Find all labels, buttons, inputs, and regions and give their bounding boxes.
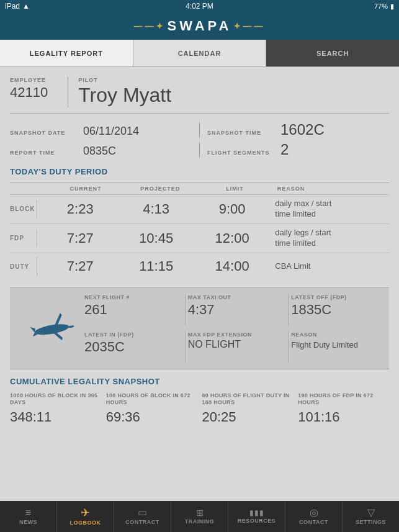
latest-off-label: LATEST OFF (FDP) [291,294,389,300]
latest-in-value: 2035C [84,339,125,354]
snapshot-time-value: 1602C [280,121,325,138]
flight-segments-label: FLIGHT SEGMENTS [207,150,276,156]
news-icon: ≡ [25,508,31,518]
pilot-label: PILOT [78,77,171,83]
flight-reason-value: Flight Duty Limited [291,340,358,349]
flight-segments-block: FLIGHT SEGMENTS 2 [207,141,389,158]
latest-off-value: 1835C [291,302,331,317]
cumulative-label-2: 60 HOURS OF FLIGHT DUTY IN 168 HOURS [202,392,294,407]
nav-news-label: NEWS [19,519,37,525]
training-icon: ⊞ [196,508,204,517]
tab-search[interactable]: SEARCH [266,40,399,66]
meta-info: SNAPSHOT DATE 06/11/2014 SNAPSHOT TIME 1… [10,121,389,158]
latest-in-block: LATEST IN (FDP) 2035C [84,331,182,363]
max-taxi-value: 4:37 [188,302,215,317]
status-time: 4:02 PM [186,2,213,11]
cumulative-grid: 1000 HOURS OF BLOCK IN 365 DAYS 348:11 1… [10,392,389,425]
flight-divider-2 [288,294,289,325]
block-projected: 4:13 [118,201,194,217]
duty-limit: 14:00 [194,258,270,274]
flight-segments-value: 2 [280,141,289,158]
employee-section: EMPLOYEE 42110 PILOT Troy Myatt [10,77,389,114]
flight-divider-4 [288,331,289,363]
duty-table: CURRENT PROJECTED LIMIT REASON BLOCK 2:2… [10,183,389,280]
contact-icon: ◎ [310,508,318,518]
status-bar-right: 77% ▮ [374,2,394,11]
snapshot-time-block: SNAPSHOT TIME 1602C [207,121,389,138]
nav-training[interactable]: ⊞ TRAINING [171,501,228,532]
nav-settings-label: SETTINGS [356,519,386,525]
cumulative-label-3: 190 HOURS OF FDP IN 672 HOURS [298,392,389,407]
battery-icon: ▮ [390,2,394,11]
report-time-row: REPORT TIME 0835C FLIGHT SEGMENTS 2 [10,141,389,158]
block-type-label: BLOCK [10,205,32,212]
block-current: 2:23 [42,201,118,217]
duty-row-block: BLOCK 2:23 4:13 9:00 daily max / start t… [10,194,389,223]
bottom-nav: ≡ NEWS ✈ LOGBOOK ▭ CONTRACT ⊞ TRAINING ▮… [0,501,399,532]
duty-row-fdp: FDP 7:27 10:45 12:00 daily legs / start … [10,223,389,253]
nav-logbook-label: LOGBOOK [70,520,101,526]
flight-reason-label: REASON [291,331,389,338]
employee-divider [68,77,68,108]
block-limit: 9:00 [194,201,270,217]
flight-section: NEXT FLIGHT # 261 MAX TAXI OUT 4:37 LATE… [10,287,389,369]
duty-divider [37,257,37,276]
duty-type-label: DUTY [10,263,32,270]
duty-header-projected: PROJECTED [123,186,197,192]
cumulative-value-3: 101:16 [298,409,389,425]
header-bar: ——✦ SWAPA ✦—— [0,12,399,40]
plane-svg [19,307,75,350]
duty-col-spacer [41,186,48,192]
duty-header-limit: LIMIT [197,186,272,192]
flight-divider-3 [185,331,186,363]
battery-label: 77% [374,2,388,10]
tab-bar: LEGALITY REPORT CALENDAR SEARCH [0,40,399,67]
duty-reason: CBA Limit [270,261,389,272]
plane-icon-block [10,307,84,350]
duty-col-header-type [10,186,41,192]
nav-resources-label: RESOURCES [238,518,276,524]
settings-icon: ▽ [367,508,375,518]
logo-text: SWAPA [167,18,231,34]
snapshot-date-block: SNAPSHOT DATE 06/11/2014 [10,125,192,138]
nav-contract[interactable]: ▭ CONTRACT [114,501,171,532]
report-time-value: 0835C [83,145,116,158]
tab-calendar[interactable]: CALENDAR [133,40,267,66]
cumulative-value-0: 348:11 [10,409,101,425]
nav-news[interactable]: ≡ NEWS [0,501,57,532]
meta-divider-1 [199,122,200,137]
duty-row-duty: DUTY 7:27 11:15 14:00 CBA Limit [10,253,389,280]
meta-divider-2 [199,142,200,157]
flight-divider-1 [185,294,186,325]
fdp-type-label: FDP [10,235,32,241]
flight-info-row1: NEXT FLIGHT # 261 MAX TAXI OUT 4:37 LATE… [84,294,389,325]
block-divider [37,200,37,219]
nav-contract-label: CONTRACT [125,519,159,525]
nav-contact[interactable]: ◎ CONTACT [285,501,343,532]
cumulative-title: CUMULATIVE LEGALITY SNAPSHOT [10,377,389,386]
employee-id-block: EMPLOYEE 42110 [10,77,48,101]
cumulative-label-1: 100 HOURS OF BLOCK IN 672 HOURS [106,392,197,407]
nav-settings[interactable]: ▽ SETTINGS [343,501,399,532]
nav-resources[interactable]: ▮▮▮ RESOURCES [228,501,285,532]
next-flight-block: NEXT FLIGHT # 261 [84,294,182,325]
tab-legality-label: LEGALITY REPORT [30,50,103,57]
next-flight-value: 261 [84,302,107,317]
latest-in-label: LATEST IN (FDP) [84,331,182,338]
cumulative-item-0: 1000 HOURS OF BLOCK IN 365 DAYS 348:11 [10,392,106,425]
cumulative-value-2: 20:25 [202,409,294,425]
cumulative-label-0: 1000 HOURS OF BLOCK IN 365 DAYS [10,392,101,407]
resources-icon: ▮▮▮ [249,509,264,516]
pilot-block: PILOT Troy Myatt [78,77,171,106]
tab-legality[interactable]: LEGALITY REPORT [0,40,133,66]
cumulative-section: CUMULATIVE LEGALITY SNAPSHOT 1000 HOURS … [10,377,389,425]
nav-logbook[interactable]: ✈ LOGBOOK [57,501,114,532]
fdp-divider [37,229,37,248]
fdp-limit: 12:00 [194,230,270,246]
logo: ——✦ SWAPA ✦—— [133,18,265,34]
duty-projected: 11:15 [118,258,194,274]
duty-header-row: CURRENT PROJECTED LIMIT REASON [10,183,389,194]
cumulative-item-2: 60 HOURS OF FLIGHT DUTY IN 168 HOURS 20:… [202,392,298,425]
block-reason: daily max / start time limited [270,199,389,220]
cumulative-value-1: 69:36 [106,409,197,425]
